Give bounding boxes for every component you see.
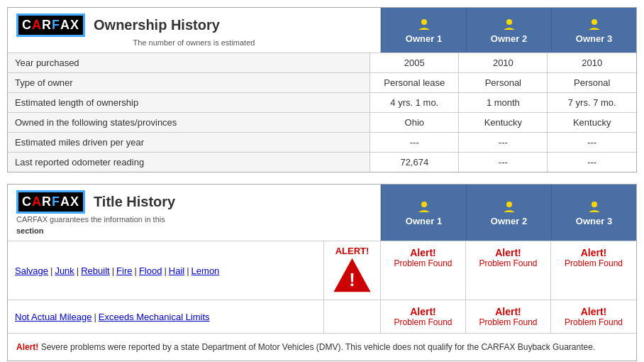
- table-row: Owned in the following states/provinces …: [8, 113, 636, 133]
- alert-row2-owner2: Alert! Problem Found: [466, 300, 551, 333]
- flood-link[interactable]: Flood: [139, 265, 162, 276]
- svg-point-5: [592, 202, 597, 207]
- title-owner1-header: Owner 1: [381, 185, 466, 241]
- title-title-row: CARFAX Title History: [16, 190, 372, 214]
- logo-x2: X: [70, 194, 79, 209]
- title-owner3-label: Owner 3: [576, 216, 612, 226]
- title-owner3-header: Owner 3: [551, 185, 636, 241]
- ownership-owner-headers: Owner 1 Owner 2 Owner 3: [381, 8, 636, 53]
- alert-icon-container: ALERT! !: [333, 246, 372, 295]
- ownership-header: CARFAX Ownership History The number of o…: [8, 8, 636, 53]
- row1-owner2: Personal: [459, 73, 548, 93]
- title-history-title: Title History: [94, 194, 175, 210]
- row2-owner2: 1 month: [459, 93, 548, 113]
- ownership-owner2-header: Owner 2: [466, 8, 551, 53]
- logo-f: F: [52, 18, 60, 33]
- ownership-table: Year purchased 2005 2010 2010 Type of ow…: [8, 53, 636, 172]
- logo-r: R: [42, 18, 52, 33]
- ownership-title: Ownership History: [94, 17, 220, 33]
- ownership-title-row: CARFAX Ownership History: [16, 13, 372, 37]
- junk-link[interactable]: Junk: [55, 265, 74, 276]
- salvage-link[interactable]: Salvage: [15, 265, 48, 276]
- logo-f2: F: [52, 194, 60, 209]
- logo-a3: A: [32, 194, 42, 209]
- table-row: Year purchased 2005 2010 2010: [8, 53, 636, 73]
- svg-point-4: [506, 202, 512, 207]
- alert-row2-owner3: Alert! Problem Found: [551, 300, 636, 333]
- ownership-header-left: CARFAX Ownership History The number of o…: [8, 8, 381, 53]
- title-history-section: CARFAX Title History CARFAX guarantees t…: [7, 184, 637, 361]
- ownership-owner1-header: Owner 1: [381, 8, 466, 53]
- exceeds-mechanical-limits-link[interactable]: Exceeds Mechanical Limits: [99, 312, 210, 322]
- alert-row2-owner3-problem: Problem Found: [555, 317, 633, 327]
- svg-text:!: !: [349, 270, 355, 290]
- row0-label: Year purchased: [8, 53, 370, 73]
- alert-row2-owner3-alert: Alert!: [555, 306, 633, 317]
- alert-row1-owner3: Alert! Problem Found: [551, 241, 636, 300]
- fire-link[interactable]: Fire: [116, 265, 132, 276]
- ownership-history-section: CARFAX Ownership History The number of o…: [7, 7, 637, 172]
- title-owner1-icon: [417, 199, 431, 214]
- alert-row1-owner2-alert: Alert!: [470, 247, 547, 258]
- logo-c2: C: [22, 194, 32, 209]
- alert-row1-owner1-alert: Alert!: [384, 247, 462, 258]
- owner1-icon: [417, 17, 431, 31]
- alert-icon-label: ALERT!: [333, 246, 372, 256]
- ownership-owner2-label: Owner 2: [491, 33, 527, 44]
- alert-triangle-icon: !: [333, 258, 372, 293]
- row2-owner1: 4 yrs. 1 mo.: [370, 93, 459, 113]
- logo-a4: A: [60, 194, 70, 209]
- alert-row2-links: Not Actual Mileage | Exceeds Mechanical …: [8, 300, 324, 333]
- alert-row2-icon-spacer: [324, 300, 381, 333]
- alert-row2-owner1: Alert! Problem Found: [381, 300, 466, 333]
- carfax-logo-text: CARFAX: [18, 16, 83, 35]
- alert-row1-links: Salvage | Junk | Rebuilt | Fire | Flood …: [8, 241, 324, 300]
- row5-owner2: ---: [459, 153, 548, 172]
- alert-row1-owner2: Alert! Problem Found: [466, 241, 551, 300]
- svg-point-1: [506, 19, 512, 25]
- row1-owner3: Personal: [548, 73, 636, 93]
- row4-owner3: ---: [548, 133, 636, 153]
- logo-a: A: [32, 18, 42, 33]
- alert-row1-owner3-problem: Problem Found: [555, 258, 633, 268]
- row3-owner2: Kentucky: [459, 113, 548, 133]
- ownership-owner3-header: Owner 3: [551, 8, 636, 53]
- alert-row2-owner1-problem: Problem Found: [384, 317, 462, 327]
- alert-row2-owner2-problem: Problem Found: [470, 317, 547, 327]
- table-row: Estimated length of ownership 4 yrs. 1 m…: [8, 93, 636, 113]
- title-history-subtitle: CARFAX guarantees the information in thi…: [16, 215, 372, 224]
- title-section-label: section: [16, 226, 372, 235]
- row3-owner1: Ohio: [370, 113, 459, 133]
- carfax-logo-text-2: CARFAX: [18, 192, 83, 212]
- row0-owner3: 2010: [548, 53, 636, 73]
- not-actual-mileage-link[interactable]: Not Actual Mileage: [15, 312, 91, 322]
- owner3-icon: [587, 17, 601, 31]
- svg-point-3: [421, 202, 427, 207]
- lemon-link[interactable]: Lemon: [191, 265, 220, 276]
- row4-owner2: ---: [459, 133, 548, 153]
- footer-alert: Alert! Severe problems were reported by …: [8, 333, 636, 361]
- alert-icon-cell: ALERT! !: [324, 241, 381, 300]
- row2-label: Estimated length of ownership: [8, 93, 370, 113]
- logo-r2: R: [42, 194, 52, 209]
- row2-owner3: 7 yrs. 7 mo.: [548, 93, 636, 113]
- title-owner2-icon: [502, 199, 516, 214]
- hail-link[interactable]: Hail: [169, 265, 184, 276]
- svg-point-0: [421, 19, 427, 25]
- row1-label: Type of owner: [8, 73, 370, 93]
- logo-a2: A: [60, 18, 70, 33]
- logo-c: C: [22, 18, 32, 33]
- table-row: Last reported odometer reading 72,674 --…: [8, 153, 636, 172]
- alert-row-1: Salvage | Junk | Rebuilt | Fire | Flood …: [8, 241, 636, 300]
- logo-x: X: [70, 18, 79, 33]
- ownership-subtitle: The number of owners is estimated: [16, 38, 372, 47]
- alert-row-2: Not Actual Mileage | Exceeds Mechanical …: [8, 300, 636, 333]
- title-header-left: CARFAX Title History CARFAX guarantees t…: [8, 185, 381, 241]
- carfax-logo-title: CARFAX: [16, 190, 85, 214]
- row4-label: Estimated miles driven per year: [8, 133, 370, 153]
- rebuilt-link[interactable]: Rebuilt: [81, 265, 109, 276]
- alert-row1-owner1: Alert! Problem Found: [381, 241, 466, 300]
- footer-alert-label: Alert!: [16, 342, 38, 352]
- ownership-owner3-label: Owner 3: [576, 33, 612, 44]
- row5-owner3: ---: [548, 153, 636, 172]
